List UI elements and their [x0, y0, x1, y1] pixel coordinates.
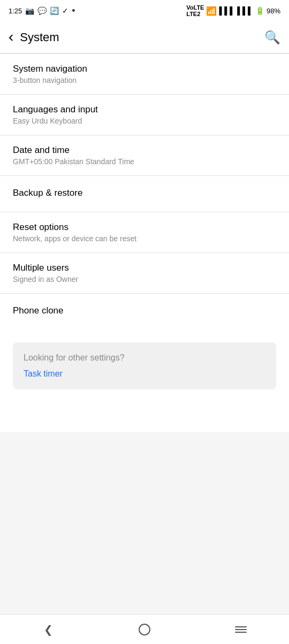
setting-item-phone-clone[interactable]: Phone clone	[0, 294, 289, 329]
home-circle-icon	[139, 624, 150, 635]
setting-subtitle: Network, apps or device can be reset	[13, 234, 276, 243]
suggestion-text: Looking for other settings?	[24, 353, 265, 363]
setting-subtitle: GMT+05:00 Pakistan Standard Time	[13, 157, 276, 166]
settings-list: System navigation 3-button navigation La…	[0, 54, 289, 432]
notification-icon-4: ✓	[62, 6, 69, 15]
setting-item-languages-input[interactable]: Languages and input Easy Urdu Keyboard	[0, 95, 289, 135]
status-right: VoLTELTE2 📶 ▌▌▌ ▌▌▌ 🔋 98%	[186, 4, 280, 17]
nav-recents-button[interactable]	[225, 619, 257, 640]
lte-icon: VoLTELTE2	[186, 4, 204, 17]
notification-dot: •	[72, 5, 75, 17]
recents-lines-icon	[235, 626, 247, 633]
setting-item-reset-options[interactable]: Reset options Network, apps or device ca…	[0, 212, 289, 252]
setting-title: Reset options	[13, 222, 276, 233]
battery-icon: 🔋	[255, 6, 264, 15]
status-time: 1:25	[9, 7, 22, 15]
setting-title: Languages and input	[13, 104, 276, 115]
setting-item-multiple-users[interactable]: Multiple users Signed in as Owner	[0, 253, 289, 293]
setting-subtitle: 3-button navigation	[13, 76, 276, 85]
wifi-icon: 📶	[206, 6, 217, 16]
setting-title: Phone clone	[13, 305, 276, 316]
nav-bar: ❮	[0, 614, 289, 644]
setting-subtitle: Signed in as Owner	[13, 275, 276, 283]
setting-item-date-time[interactable]: Date and time GMT+05:00 Pakistan Standar…	[0, 135, 289, 175]
signal-icon-2: ▌▌▌	[237, 6, 253, 15]
notification-icon-1: 📷	[25, 6, 34, 15]
suggestion-link[interactable]: Task timer	[24, 369, 265, 379]
setting-item-system-navigation[interactable]: System navigation 3-button navigation	[0, 54, 289, 94]
bottom-padding	[0, 389, 289, 432]
battery-percent: 98%	[267, 7, 280, 15]
app-bar: System 🔍	[0, 21, 289, 53]
nav-home-button[interactable]	[128, 619, 161, 640]
status-left: 1:25 📷 💬 🔄 ✓ •	[9, 5, 75, 17]
app-bar-left: System	[9, 29, 59, 45]
notification-icon-2: 💬	[37, 6, 47, 15]
setting-item-backup-restore[interactable]: Backup & restore	[0, 176, 289, 212]
back-button[interactable]	[9, 29, 13, 45]
setting-title: Date and time	[13, 145, 276, 156]
notification-icon-3: 🔄	[50, 6, 59, 15]
page-title: System	[20, 30, 59, 44]
setting-title: Multiple users	[13, 263, 276, 273]
setting-title: System navigation	[13, 64, 276, 74]
setting-title: Backup & restore	[13, 188, 276, 198]
status-bar: 1:25 📷 💬 🔄 ✓ • VoLTELTE2 📶 ▌▌▌ ▌▌▌ 🔋 98%	[0, 0, 289, 21]
search-button[interactable]: 🔍	[264, 30, 280, 45]
suggestion-card: Looking for other settings? Task timer	[13, 342, 276, 389]
signal-icon-1: ▌▌▌	[219, 6, 235, 15]
setting-subtitle: Easy Urdu Keyboard	[13, 117, 276, 125]
nav-back-button[interactable]: ❮	[32, 619, 64, 640]
